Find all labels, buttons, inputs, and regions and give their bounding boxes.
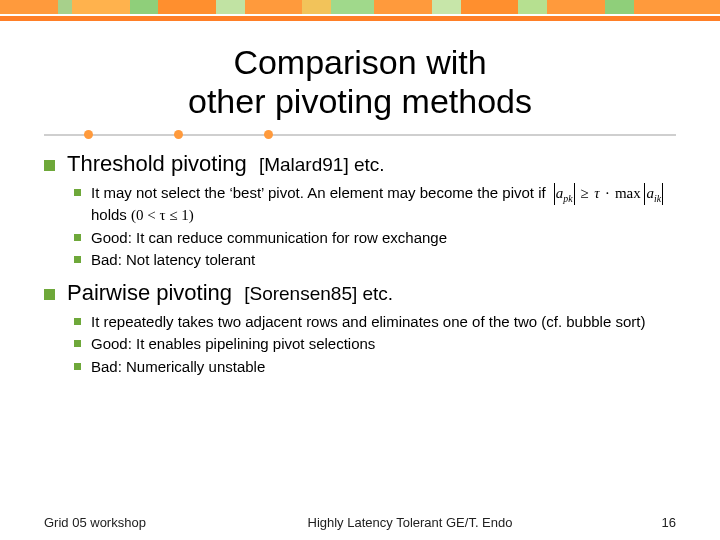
bullet-icon <box>74 189 81 196</box>
footer-center: Highly Latency Tolerant GE/T. Endo <box>204 515 616 530</box>
list-item: Good: It can reduce communication for ro… <box>74 228 676 248</box>
bullet-list-level1: Threshold pivoting [Malard91] etc. It ma… <box>44 151 676 377</box>
title-rule-dot <box>84 130 93 139</box>
math-formula-condition: apk ≥ τ · max aik <box>550 185 667 201</box>
item-text: Bad: Numerically unstable <box>91 357 676 377</box>
bullet-icon <box>44 160 55 171</box>
math-formula-range: (0 < τ ≤ 1) <box>131 207 194 223</box>
footer-left: Grid 05 workshop <box>44 515 204 530</box>
bullet-list-level2: It repeatedly takes two adjacent rows an… <box>74 312 676 377</box>
decorative-top-strip <box>0 0 720 14</box>
list-item: Bad: Numerically unstable <box>74 357 676 377</box>
item-text: It may not select the ‘best’ pivot. An e… <box>91 184 550 201</box>
item-text: Bad: Not latency tolerant <box>91 250 676 270</box>
bullet-icon <box>44 289 55 300</box>
item-text: Good: It can reduce communication for ro… <box>91 228 676 248</box>
bullet-icon <box>74 318 81 325</box>
bullet-icon <box>74 340 81 347</box>
section-reference: [Sorensen85] etc. <box>244 283 393 304</box>
list-item: Pairwise pivoting [Sorensen85] etc. It r… <box>44 280 676 377</box>
item-text: Good: It enables pipelining pivot select… <box>91 334 676 354</box>
bullet-icon <box>74 234 81 241</box>
section-reference: [Malard91] etc. <box>259 154 385 175</box>
bullet-list-level2: It may not select the ‘best’ pivot. An e… <box>74 183 676 270</box>
list-item: Bad: Not latency tolerant <box>74 250 676 270</box>
footer-page-number: 16 <box>616 515 676 530</box>
section-heading: Pairwise pivoting <box>67 280 232 305</box>
item-text: It repeatedly takes two adjacent rows an… <box>91 312 676 332</box>
title-rule-dot <box>264 130 273 139</box>
slide-title: Comparison with other pivoting methods <box>44 43 676 121</box>
bullet-icon <box>74 256 81 263</box>
title-line-2: other pivoting methods <box>188 82 532 120</box>
bullet-icon <box>74 363 81 370</box>
list-item: It may not select the ‘best’ pivot. An e… <box>74 183 676 225</box>
title-rule <box>44 129 676 141</box>
title-rule-dot <box>174 130 183 139</box>
slide-footer: Grid 05 workshop Highly Latency Tolerant… <box>0 515 720 530</box>
item-text: holds <box>91 206 131 223</box>
list-item: Threshold pivoting [Malard91] etc. It ma… <box>44 151 676 270</box>
title-rule-line <box>44 134 676 136</box>
title-line-1: Comparison with <box>233 43 486 81</box>
section-heading: Threshold pivoting <box>67 151 247 176</box>
list-item: It repeatedly takes two adjacent rows an… <box>74 312 676 332</box>
slide-body: Comparison with other pivoting methods T… <box>0 21 720 377</box>
list-item: Good: It enables pipelining pivot select… <box>74 334 676 354</box>
